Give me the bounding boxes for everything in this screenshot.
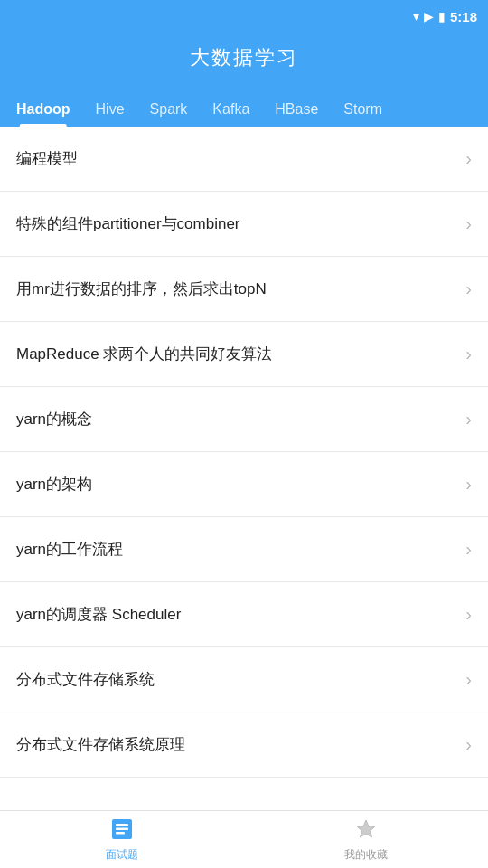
list-item[interactable]: 分布式文件存储系统原理 ›: [0, 712, 488, 778]
nav-interview[interactable]: 面试题: [0, 811, 244, 868]
nav-favorites[interactable]: 我的收藏: [244, 811, 488, 868]
svg-marker-4: [357, 820, 375, 837]
chevron-right-icon: ›: [465, 213, 472, 234]
content-list: 编程模型 › 特殊的组件partitioner与combiner › 用mr进行…: [0, 127, 488, 835]
battery-icon: ▮: [438, 9, 446, 24]
svg-rect-2: [116, 828, 128, 831]
list-item[interactable]: yarn的概念 ›: [0, 387, 488, 452]
list-item[interactable]: 用mr进行数据的排序，然后求出topN ›: [0, 257, 488, 322]
list-item[interactable]: yarn的调度器 Scheduler ›: [0, 582, 488, 647]
status-bar: ▾ ▶ ▮ 5:18: [0, 0, 488, 33]
chevron-right-icon: ›: [465, 474, 472, 495]
list-item[interactable]: 特殊的组件partitioner与combiner ›: [0, 192, 488, 257]
bottom-navigation: 面试题 我的收藏: [0, 810, 488, 868]
chevron-right-icon: ›: [465, 669, 472, 690]
chevron-right-icon: ›: [465, 604, 472, 625]
chevron-right-icon: ›: [465, 344, 472, 364]
app-header: 大数据学习: [0, 33, 488, 83]
tab-hadoop[interactable]: Hadoop: [4, 92, 83, 127]
list-item[interactable]: 编程模型 ›: [0, 127, 488, 192]
list-item[interactable]: MapReduce 求两个人的共同好友算法 ›: [0, 322, 488, 387]
status-time: 5:18: [450, 9, 477, 24]
wifi-icon: ▾: [413, 9, 419, 24]
chevron-right-icon: ›: [465, 409, 472, 429]
tab-spark[interactable]: Spark: [137, 92, 201, 127]
signal-icon: ▶: [424, 9, 434, 24]
svg-rect-1: [116, 824, 128, 826]
list-item[interactable]: 分布式文件存储系统 ›: [0, 647, 488, 712]
topic-list: 编程模型 › 特殊的组件partitioner与combiner › 用mr进行…: [0, 127, 488, 778]
chevron-right-icon: ›: [465, 539, 472, 560]
favorites-icon: [353, 816, 379, 845]
tab-bar: Hadoop Hive Spark Kafka HBase Storm: [0, 83, 488, 127]
nav-favorites-label: 我的收藏: [344, 847, 388, 863]
list-item[interactable]: yarn的工作流程 ›: [0, 517, 488, 582]
tab-kafka[interactable]: Kafka: [200, 92, 262, 127]
page-title: 大数据学习: [190, 44, 298, 71]
tab-storm[interactable]: Storm: [331, 92, 395, 127]
chevron-right-icon: ›: [465, 148, 472, 169]
tab-hbase[interactable]: HBase: [262, 92, 331, 127]
status-icons: ▾ ▶ ▮ 5:18: [413, 9, 477, 24]
nav-interview-label: 面试题: [106, 847, 138, 863]
chevron-right-icon: ›: [465, 278, 472, 299]
interview-icon: [109, 816, 135, 845]
list-item[interactable]: yarn的架构 ›: [0, 452, 488, 517]
tab-hive[interactable]: Hive: [83, 92, 137, 127]
chevron-right-icon: ›: [465, 734, 472, 755]
svg-rect-3: [116, 832, 125, 835]
